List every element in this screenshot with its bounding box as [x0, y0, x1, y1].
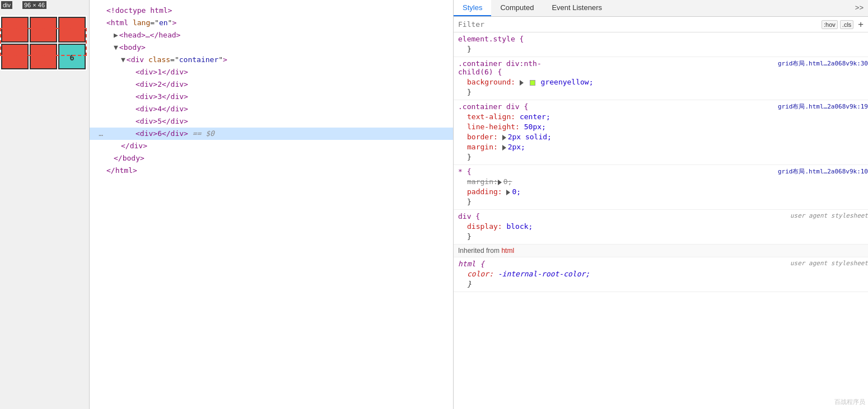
triangle-container[interactable]: ▼ — [121, 55, 125, 64]
styles-panel: Styles Computed Event Listeners >> :hov … — [454, 0, 868, 409]
add-style-button[interactable]: + — [858, 19, 864, 30]
html-line-div6[interactable]: … <div>6</div> == $0 — [90, 128, 453, 140]
prop-display: display: block; — [458, 222, 868, 232]
div-label: div — [1, 1, 12, 9]
border-expand-icon[interactable] — [502, 135, 506, 140]
grid-cell-1 — [1, 17, 29, 43]
tab-event-listeners[interactable]: Event Listeners — [543, 0, 611, 16]
preview-panel: div 96 × 46 6 — [0, 0, 90, 409]
background-expand-icon[interactable] — [520, 80, 524, 86]
html-line-div4[interactable]: <div>4</div> — [90, 103, 453, 115]
selector-html-ua: html { — [458, 260, 484, 268]
filter-bar: :hov .cls + — [454, 17, 868, 32]
html-line-doctype[interactable]: <!doctype html> — [90, 4, 453, 17]
prop-margin-star: margin:0; — [458, 177, 868, 187]
html-line-close-body[interactable]: </body> — [90, 152, 453, 164]
inherited-header: Inherited from html — [454, 245, 868, 257]
html-line-head[interactable]: ▶<head>…</head> — [90, 29, 453, 41]
triangle-head[interactable]: ▶ — [114, 31, 118, 39]
hov-button[interactable]: :hov — [822, 20, 838, 29]
tab-more[interactable]: >> — [851, 0, 868, 16]
source-html-ua: user agent stylesheet — [790, 260, 868, 267]
container-div-close: } — [458, 152, 868, 162]
nth-child-close: } — [458, 87, 868, 97]
prop-background: background: greenyellow; — [458, 77, 868, 87]
prop-color-html: color: -internal-root-color; — [458, 269, 868, 279]
margin-star-expand-icon[interactable] — [498, 180, 502, 185]
html-line-close-container[interactable]: </div> — [90, 140, 453, 152]
html-line-div3[interactable]: <div>3</div> — [90, 91, 453, 103]
style-rule-star-header: * { grid布局.html…2a068v9k:10 — [458, 167, 868, 176]
padding-star-expand-icon[interactable] — [506, 190, 510, 195]
style-rule-element-header: element.style { — [458, 35, 868, 43]
grid-cell-2 — [30, 17, 57, 43]
style-rule-div-ua: div { user agent stylesheet display: blo… — [454, 210, 868, 245]
style-rule-nth-child: .container div:nth-child(6) { grid布局.htm… — [454, 57, 868, 100]
selector-div-ua: div { — [458, 212, 480, 220]
selector-container-div: .container div { — [458, 102, 528, 111]
prop-text-align: text-align: center; — [458, 112, 868, 122]
filter-buttons: :hov .cls + — [822, 19, 864, 30]
panel-tabs: Styles Computed Event Listeners >> — [454, 0, 868, 17]
source-star[interactable]: grid布局.html…2a068v9k:10 — [778, 167, 868, 176]
tab-computed[interactable]: Computed — [491, 0, 543, 16]
color-swatch-greenyellow[interactable] — [530, 80, 535, 86]
style-rule-element: element.style { } — [454, 32, 868, 57]
selector-element-style: element.style { — [458, 35, 524, 43]
watermark: 百战程序员 — [834, 398, 865, 406]
grid-cell-4 — [1, 44, 29, 69]
prop-line-height: line-height: 50px; — [458, 122, 868, 132]
tab-styles[interactable]: Styles — [454, 0, 491, 16]
html-ua-close: } — [458, 279, 868, 289]
style-rule-div-ua-header: div { user agent stylesheet — [458, 212, 868, 220]
source-container-div[interactable]: grid布局.html…2a068v9k:19 — [778, 102, 868, 111]
html-line-close-html[interactable]: </html> — [90, 164, 453, 177]
cls-button[interactable]: .cls — [840, 20, 854, 29]
prop-border: border: 2px solid; — [458, 132, 868, 142]
html-line-body[interactable]: ▼<body> — [90, 41, 453, 54]
margin-expand-icon[interactable] — [502, 145, 506, 151]
html-panel[interactable]: <!doctype html> <html lang="en"> ▶<head>… — [90, 0, 454, 409]
grid-cell-6: 6 — [58, 44, 86, 69]
div-size: 96 × 46 — [22, 1, 46, 9]
element-style-close: } — [458, 44, 868, 54]
preview-grid: 6 — [0, 16, 87, 70]
div-ua-close: } — [458, 232, 868, 242]
selector-nth-child: .container div:nth-child(6) { — [458, 59, 542, 76]
triangle-body[interactable]: ▼ — [114, 43, 118, 51]
html-line-div5[interactable]: <div>5</div> — [90, 115, 453, 128]
prop-margin: margin: 2px; — [458, 142, 868, 152]
selector-star: * { — [458, 167, 471, 176]
html-line-html[interactable]: <html lang="en"> — [90, 17, 453, 29]
style-rule-container-div: .container div { grid布局.html…2a068v9k:19… — [454, 100, 868, 165]
star-close: } — [458, 197, 868, 207]
grid-cell-5 — [30, 44, 57, 69]
html-line-div1[interactable]: <div>1</div> — [90, 66, 453, 78]
grid-cell-3 — [58, 17, 86, 43]
prop-padding-star: padding: 0; — [458, 187, 868, 197]
style-rule-nth-child-header: .container div:nth-child(6) { grid布局.htm… — [458, 59, 868, 76]
html-line-container[interactable]: ▼<div class="container"> — [90, 54, 453, 66]
style-rule-container-div-header: .container div { grid布局.html…2a068v9k:19 — [458, 102, 868, 111]
html-line-div2[interactable]: <div>2</div> — [90, 78, 453, 91]
filter-input[interactable] — [458, 20, 822, 29]
style-rule-star: * { grid布局.html…2a068v9k:10 margin:0; pa… — [454, 165, 868, 210]
source-div-ua: user agent stylesheet — [790, 212, 868, 219]
style-rule-html-ua: html { user agent stylesheet color: -int… — [454, 257, 868, 292]
style-rule-html-ua-header: html { user agent stylesheet — [458, 260, 868, 268]
source-nth-child[interactable]: grid布局.html…2a068v9k:30 — [778, 59, 868, 68]
